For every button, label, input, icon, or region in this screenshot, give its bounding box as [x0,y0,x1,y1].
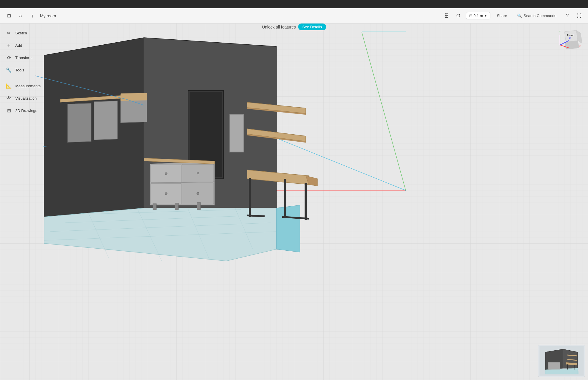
svg-point-40 [165,192,167,195]
mini-preview[interactable] [538,345,585,377]
home-icon[interactable]: ⌂ [16,12,25,20]
fullscreen-icon[interactable]: ⛶ [575,12,583,20]
sidebar-label-2d-drawings: 2D Drawings [15,108,37,113]
sidebar-label-sketch: Sketch [15,31,27,35]
sidebar-label-measurements: Measurements [15,84,41,88]
add-icon: + [5,42,12,49]
sidebar-item-add[interactable]: + Add [2,39,45,51]
grid-icon: ⊞ [469,14,472,18]
sidebar-item-measurements[interactable]: 📐 Measurements [2,80,45,92]
help-icon[interactable]: ? [563,12,572,20]
svg-text:X: X [579,45,581,48]
see-details-button[interactable]: See Details [298,24,326,30]
chevron-down-icon: ▼ [484,14,487,17]
back-icon[interactable]: ↑ [28,12,36,20]
svg-point-39 [197,172,199,174]
sidebar-item-visualization[interactable]: 👁 Visualization [2,92,45,104]
sidebar-item-2d-drawings[interactable]: ⊟ 2D Drawings [2,105,45,116]
svg-rect-24 [121,98,147,123]
sidebar-item-transform[interactable]: ⟳ Transform [2,52,45,63]
search-icon: 🔍 [517,14,522,18]
svg-line-54 [44,146,49,146]
svg-text:Z: Z [569,37,571,39]
svg-rect-26 [121,93,147,101]
svg-rect-43 [175,203,178,210]
svg-rect-42 [153,204,156,210]
window-icon[interactable]: ⊡ [5,12,13,20]
svg-marker-67 [563,349,578,368]
svg-rect-74 [548,362,560,370]
transform-icon: ⟳ [5,54,12,61]
project-title: My room [40,14,56,18]
dimension-button[interactable]: ⊞ 0,1 m ▼ [466,12,490,19]
sidebar-label-tools: Tools [15,68,24,72]
share-button[interactable]: Share [494,12,510,19]
svg-rect-21 [230,115,243,152]
svg-marker-9 [276,205,300,252]
sidebar: ✏ Sketch + Add ⟳ Transform 🔧 Tools 📐 Mea… [0,24,47,120]
sidebar-label-visualization: Visualization [15,96,37,101]
visualization-icon: 👁 [5,95,12,102]
axis-cube[interactable]: X Y Z Front [559,26,582,49]
sketch-icon: ✏ [5,29,12,36]
promo-text: Unlock all features [262,25,296,29]
svg-point-41 [197,192,199,195]
sidebar-item-sketch[interactable]: ✏ Sketch [2,27,45,39]
toolbar-right: 🗄 ⏱ ⊞ 0,1 m ▼ Share 🔍 Search Commands ? … [442,12,583,20]
toolbar-left: ⊡ ⌂ ↑ My room [5,12,440,20]
promo-banner: Unlock all features See Details [262,24,326,30]
measurements-icon: 📐 [5,82,12,89]
svg-line-50 [247,215,265,216]
archive-icon[interactable]: 🗄 [442,12,451,20]
dimension-value: 0,1 m [474,14,483,18]
svg-text:Front: Front [567,34,574,37]
sidebar-label-add: Add [15,43,22,48]
viewport[interactable]: X Y Z Front [0,8,588,380]
sidebar-item-tools[interactable]: 🔧 Tools [2,64,45,76]
svg-rect-44 [197,202,201,210]
sidebar-label-transform: Transform [15,56,33,60]
search-commands-button[interactable]: 🔍 Search Commands [514,12,560,19]
2d-drawings-icon: ⊟ [5,107,12,114]
title-bar [0,0,588,8]
svg-text:Y: Y [559,30,561,33]
timer-icon[interactable]: ⏱ [454,12,462,20]
mini-preview-inner [538,345,585,377]
tools-icon: 🔧 [5,66,12,73]
room-scene [35,32,329,261]
svg-rect-22 [68,103,91,142]
svg-rect-23 [94,101,118,140]
svg-point-38 [165,173,167,175]
toolbar: ⊡ ⌂ ↑ My room 🗄 ⏱ ⊞ 0,1 m ▼ Share 🔍 Sear… [0,8,588,24]
